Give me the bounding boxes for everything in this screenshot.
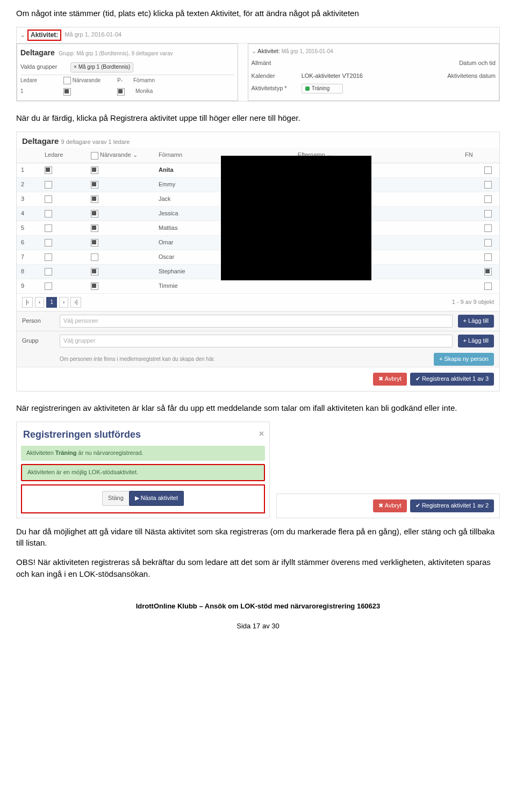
grupp-input[interactable]: Välj grupper — [60, 335, 453, 347]
pager-page[interactable]: 1 — [46, 297, 57, 308]
aktivitet-right-label[interactable]: Aktivitet: — [257, 48, 280, 54]
kalender-label: Kalender — [252, 72, 300, 81]
fn-checkbox[interactable] — [484, 166, 492, 174]
ledare-checkbox[interactable] — [45, 282, 52, 290]
cancel-button[interactable]: ✖ Avbryt — [373, 373, 406, 386]
create-person-note: Om personen inte finns i medlemsregistre… — [60, 356, 428, 364]
aktivitet-subtitle: Må grp 1, 2016-01-04 — [64, 31, 121, 39]
modal-actions: Stäng ▶ Nästa aktivitet — [21, 484, 265, 513]
add-group-button[interactable]: + Lägg till — [458, 335, 494, 347]
paragraph-5: OBS! När aktiviteten registreras så bekr… — [16, 556, 500, 580]
close-icon[interactable]: × — [259, 427, 264, 440]
aktivitetstyp-label: Aktivitetstyp * — [252, 84, 300, 93]
footer-actions: ✖ Avbryt ✔ Registrera aktivitet 1 av 3 — [17, 367, 499, 391]
person-label: Person — [22, 317, 54, 325]
narvarande-checkbox[interactable] — [91, 210, 98, 218]
narvarande-checkbox[interactable] — [91, 166, 98, 174]
section-allmant: Allmänt — [252, 59, 271, 68]
alert-lok-possible: Aktiviteten är en möjlig LOK-stödsaktivi… — [21, 464, 265, 481]
checkbox-icon — [63, 77, 71, 84]
side-cancel-button[interactable]: ✖ Avbryt — [373, 499, 406, 512]
checkbox-icon[interactable] — [117, 88, 125, 96]
narvarande-checkbox[interactable] — [91, 282, 98, 290]
fn-checkbox[interactable] — [484, 210, 492, 218]
grupp-label: Grupp — [22, 337, 54, 345]
create-person-button[interactable]: + Skapa ny person — [434, 353, 494, 366]
aktivitetstyp-select[interactable]: Träning — [302, 84, 343, 94]
checkbox-icon[interactable] — [91, 152, 98, 160]
aktivitet-right-sub: Må grp 1, 2016-01-04 — [282, 48, 333, 54]
fn-checkbox[interactable] — [484, 181, 492, 189]
narvarande-checkbox[interactable] — [91, 268, 98, 276]
screenshot-modal-row: Registreringen slutfördes × Aktiviteten … — [16, 422, 500, 518]
fn-checkbox[interactable] — [484, 268, 492, 276]
narvarande-checkbox[interactable] — [91, 253, 98, 261]
deltagare-title: Deltagare — [22, 136, 59, 146]
add-person-row: Person Välj personer + Lägg till — [17, 311, 499, 331]
panel-aktivitet-detaljer: ⌄ Aktivitet: Må grp 1, 2016-01-04 Allmän… — [248, 44, 499, 101]
pager-first[interactable]: |‹ — [22, 297, 33, 308]
ledare-checkbox[interactable] — [45, 195, 52, 203]
row-num: 1 — [17, 163, 40, 178]
modal-title-text: Registreringen slutfördes — [23, 429, 141, 440]
row1-num: 1 — [20, 88, 53, 96]
pager: |‹ ‹ 1 › ›| 1 - 9 av 9 objekt — [17, 294, 499, 311]
ledare-checkbox[interactable] — [45, 224, 52, 232]
doc-footer: IdrottOnline Klubb – Ansök om LOK-stöd m… — [16, 601, 500, 632]
valda-grupper-label: Valda grupper — [20, 63, 69, 71]
row-num: 2 — [17, 178, 40, 192]
ledare-checkbox[interactable] — [45, 239, 52, 247]
aktivitet-label-box[interactable]: Aktivitet: — [27, 30, 61, 41]
ledare-checkbox[interactable] — [45, 253, 52, 261]
register-activity-button[interactable]: ✔ Registrera aktivitet 1 av 3 — [410, 373, 494, 386]
col-fn[interactable]: FN — [461, 148, 499, 163]
pager-prev[interactable]: ‹ — [35, 297, 44, 308]
narvarande-checkbox[interactable] — [91, 195, 98, 203]
fn-checkbox[interactable] — [484, 195, 492, 203]
add-person-button[interactable]: + Lägg till — [458, 315, 494, 328]
col-narvarande[interactable]: Närvarande ⌄ — [87, 148, 154, 163]
green-dot-icon — [305, 86, 310, 91]
checkbox-icon[interactable] — [63, 88, 71, 96]
side-register-button[interactable]: ✔ Registrera aktivitet 1 av 2 — [410, 499, 494, 512]
fn-checkbox[interactable] — [484, 282, 492, 290]
col-ledare[interactable]: Ledare — [40, 148, 87, 163]
row-num: 4 — [17, 207, 40, 221]
narvarande-checkbox[interactable] — [91, 181, 98, 189]
screenshot-aktivitet-header: ⌄ Aktivitet: Må grp 1, 2016-01-04 Deltag… — [16, 27, 500, 102]
close-button[interactable]: Stäng — [102, 491, 130, 506]
fn-checkbox[interactable] — [484, 239, 492, 247]
ledare-checkbox[interactable] — [45, 166, 52, 174]
chevron-down-icon: ⌄ — [252, 48, 256, 54]
deltagare-subtitle: 9 deltagare varav 1 ledare — [61, 139, 130, 145]
row-num: 7 — [17, 250, 40, 265]
panel-deltagare: Deltagare Grupp: Må grp 1 (Bordtennis), … — [17, 44, 238, 101]
redacted-area — [221, 156, 371, 280]
next-activity-button[interactable]: ▶ Nästa aktivitet — [129, 491, 184, 506]
row1-name: Monika — [135, 88, 153, 96]
pager-next[interactable]: › — [59, 297, 68, 308]
person-input[interactable]: Välj personer — [60, 315, 453, 328]
row-num: 9 — [17, 279, 40, 293]
pager-last[interactable]: ›| — [70, 297, 81, 308]
narvarande-checkbox[interactable] — [91, 239, 98, 247]
fn-checkbox[interactable] — [484, 253, 492, 261]
table-row: 9Timmie — [17, 279, 499, 293]
deltagare-title: Deltagare — [20, 48, 55, 57]
section-datum-tid: Datum och tid — [459, 59, 496, 68]
row-num: 8 — [17, 264, 40, 279]
side-actions-panel: ✖ Avbryt ✔ Registrera aktivitet 1 av 2 — [276, 494, 500, 518]
narvarande-checkbox[interactable] — [91, 224, 98, 232]
group-tag[interactable]: × Må grp 1 (Bordtennis) — [70, 62, 133, 73]
col-ledare: Ledare — [20, 77, 53, 85]
col-narvarande: Närvarande — [63, 77, 106, 85]
ledare-checkbox[interactable] — [45, 210, 52, 218]
footer-line: IdrottOnline Klubb – Ansök om LOK-stöd m… — [16, 601, 500, 612]
fn-checkbox[interactable] — [484, 224, 492, 232]
fornamn-cell: Timmie — [154, 279, 293, 293]
row-num: 5 — [17, 221, 40, 236]
alert-registered: Aktiviteten Träning är nu närvaroregistr… — [21, 446, 265, 461]
ledare-checkbox[interactable] — [45, 181, 52, 189]
page-number: Sida 17 av 30 — [16, 621, 500, 632]
ledare-checkbox[interactable] — [45, 268, 52, 276]
